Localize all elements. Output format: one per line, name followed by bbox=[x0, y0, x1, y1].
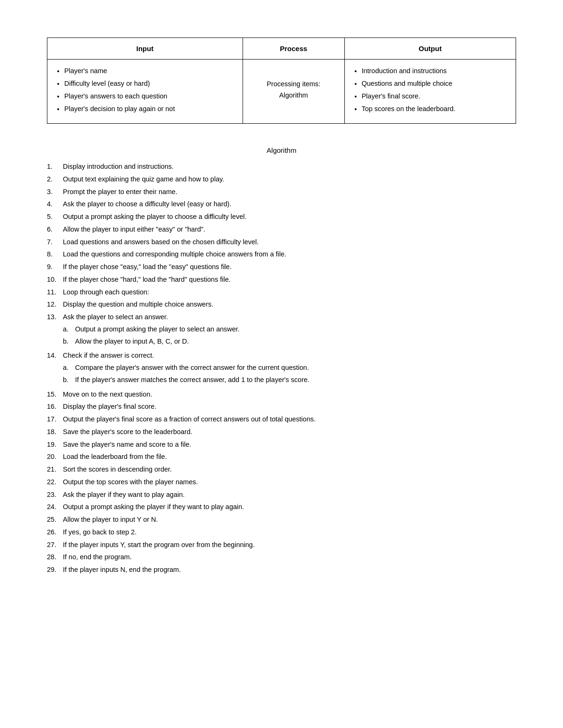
algo-step-num-10: 10. bbox=[47, 275, 63, 285]
algo-step-text-1: Display introduction and instructions. bbox=[63, 162, 516, 172]
algo-step-num-4: 4. bbox=[47, 199, 63, 210]
algo-step-17: 17.Output the player's final score as a … bbox=[47, 414, 516, 425]
algo-step-6: 6.Allow the player to input either "easy… bbox=[47, 225, 516, 235]
algo-step-text-8: Load the questions and corresponding mul… bbox=[63, 249, 516, 260]
algo-step-27: 27.If the player inputs Y, start the pro… bbox=[47, 540, 516, 550]
algo-step-text-18: Save the player's score to the leaderboa… bbox=[63, 427, 516, 437]
algo-step-19: 19.Save the player's name and score to a… bbox=[47, 440, 516, 450]
algo-step-25: 25.Allow the player to input Y or N. bbox=[47, 515, 516, 525]
algo-step-text-16: Display the player's final score. bbox=[63, 402, 516, 412]
algo-sub-list-13: a.Output a prompt asking the player to s… bbox=[63, 324, 516, 347]
algo-step-num-14: 14. bbox=[47, 351, 63, 387]
output-item-1: Introduction and instructions bbox=[362, 66, 507, 76]
algo-step-num-18: 18. bbox=[47, 427, 63, 437]
algo-step-7: 7.Load questions and answers based on th… bbox=[47, 237, 516, 248]
algo-step-num-22: 22. bbox=[47, 477, 63, 488]
algo-step-text-2: Output text explaining the quiz game and… bbox=[63, 174, 516, 185]
algo-step-num-19: 19. bbox=[47, 440, 63, 450]
algo-step-text-23: Ask the player if they want to play agai… bbox=[63, 490, 516, 500]
algo-step-10: 10.If the player chose "hard," load the … bbox=[47, 275, 516, 285]
algo-step-num-26: 26. bbox=[47, 527, 63, 538]
algorithm-title: Algorithm bbox=[47, 146, 516, 154]
algo-step-num-12: 12. bbox=[47, 300, 63, 310]
algo-step-20: 20.Load the leaderboard from the file. bbox=[47, 452, 516, 462]
algo-step-4: 4.Ask the player to choose a difficulty … bbox=[47, 199, 516, 210]
algo-step-num-21: 21. bbox=[47, 465, 63, 475]
algo-step-num-5: 5. bbox=[47, 212, 63, 222]
ipo-table: Input Process Output Player's name Diffi… bbox=[47, 38, 516, 124]
algo-step-text-15: Move on to the next question. bbox=[63, 390, 516, 400]
table-header-process: Process bbox=[243, 38, 344, 60]
algo-step-1: 1.Display introduction and instructions. bbox=[47, 162, 516, 172]
algo-step-text-13: Ask the player to select an answer.a.Out… bbox=[63, 312, 516, 348]
algo-step-2: 2.Output text explaining the quiz game a… bbox=[47, 174, 516, 185]
algo-step-text-4: Ask the player to choose a difficulty le… bbox=[63, 199, 516, 210]
algo-step-22: 22.Output the top scores with the player… bbox=[47, 477, 516, 488]
algo-step-num-25: 25. bbox=[47, 515, 63, 525]
algorithm-list: 1.Display introduction and instructions.… bbox=[47, 162, 516, 575]
algo-step-text-9: If the player chose "easy," load the "ea… bbox=[63, 262, 516, 272]
algo-step-num-2: 2. bbox=[47, 174, 63, 185]
algo-sub-item-14-2: b.If the player's answer matches the cor… bbox=[63, 375, 516, 385]
algo-step-num-13: 13. bbox=[47, 312, 63, 348]
algo-step-num-20: 20. bbox=[47, 452, 63, 462]
algo-sub-text: Output a prompt asking the player to sel… bbox=[75, 324, 240, 335]
algo-step-23: 23.Ask the player if they want to play a… bbox=[47, 490, 516, 500]
algorithm-section: Algorithm 1.Display introduction and ins… bbox=[47, 146, 516, 575]
algo-step-28: 28.If no, end the program. bbox=[47, 552, 516, 563]
algo-step-num-27: 27. bbox=[47, 540, 63, 550]
algo-step-5: 5.Output a prompt asking the player to c… bbox=[47, 212, 516, 222]
algo-step-18: 18.Save the player's score to the leader… bbox=[47, 427, 516, 437]
algo-step-num-23: 23. bbox=[47, 490, 63, 500]
algo-sub-label: a. bbox=[63, 324, 75, 335]
algo-step-text-27: If the player inputs Y, start the progra… bbox=[63, 540, 516, 550]
algo-step-text-17: Output the player's final score as a fra… bbox=[63, 414, 516, 425]
input-item-3: Player's answers to each question bbox=[64, 91, 234, 101]
table-cell-process: Processing items: Algorithm bbox=[243, 60, 344, 124]
algo-step-text-19: Save the player's name and score to a fi… bbox=[63, 440, 516, 450]
algo-step-14: 14.Check if the answer is correct.a.Comp… bbox=[47, 351, 516, 387]
algo-step-text-12: Display the question and multiple choice… bbox=[63, 300, 516, 310]
table-header-input: Input bbox=[47, 38, 243, 60]
algo-sub-label: b. bbox=[63, 337, 75, 347]
algo-step-num-9: 9. bbox=[47, 262, 63, 272]
algo-sub-label: a. bbox=[63, 363, 75, 373]
algo-step-text-7: Load questions and answers based on the … bbox=[63, 237, 516, 248]
algo-step-21: 21.Sort the scores in descending order. bbox=[47, 465, 516, 475]
output-item-4: Top scores on the leaderboard. bbox=[362, 104, 507, 114]
process-line2: Algorithm bbox=[251, 91, 336, 99]
algo-step-24: 24.Output a prompt asking the player if … bbox=[47, 502, 516, 512]
algo-step-num-7: 7. bbox=[47, 237, 63, 248]
algo-sub-label: b. bbox=[63, 375, 75, 385]
algo-step-text-10: If the player chose "hard," load the "ha… bbox=[63, 275, 516, 285]
algo-step-num-17: 17. bbox=[47, 414, 63, 425]
algo-step-num-6: 6. bbox=[47, 225, 63, 235]
input-item-1: Player's name bbox=[64, 66, 234, 76]
algo-step-text-11: Loop through each question: bbox=[63, 287, 516, 298]
algo-step-num-15: 15. bbox=[47, 390, 63, 400]
output-item-3: Player's final score. bbox=[362, 91, 507, 101]
input-item-2: Difficulty level (easy or hard) bbox=[64, 79, 234, 89]
algo-step-26: 26.If yes, go back to step 2. bbox=[47, 527, 516, 538]
algo-step-text-28: If no, end the program. bbox=[63, 552, 516, 563]
algo-step-text-5: Output a prompt asking the player to cho… bbox=[63, 212, 516, 222]
algo-step-text-6: Allow the player to input either "easy" … bbox=[63, 225, 516, 235]
algo-step-num-11: 11. bbox=[47, 287, 63, 298]
algo-step-12: 12.Display the question and multiple cho… bbox=[47, 300, 516, 310]
algo-step-text-29: If the player inputs N, end the program. bbox=[63, 565, 516, 575]
table-cell-input: Player's name Difficulty level (easy or … bbox=[47, 60, 243, 124]
algo-step-num-28: 28. bbox=[47, 552, 63, 563]
algo-sub-text: Allow the player to input A, B, C, or D. bbox=[75, 337, 189, 347]
algo-step-text-21: Sort the scores in descending order. bbox=[63, 465, 516, 475]
algo-step-num-16: 16. bbox=[47, 402, 63, 412]
algo-step-text-26: If yes, go back to step 2. bbox=[63, 527, 516, 538]
algo-step-8: 8.Load the questions and corresponding m… bbox=[47, 249, 516, 260]
process-line1: Processing items: bbox=[251, 80, 336, 88]
algo-sub-text: Compare the player's answer with the cor… bbox=[75, 363, 309, 373]
algo-step-num-8: 8. bbox=[47, 249, 63, 260]
algo-step-16: 16.Display the player's final score. bbox=[47, 402, 516, 412]
algo-sub-item-13-1: a.Output a prompt asking the player to s… bbox=[63, 324, 516, 335]
algo-step-13: 13.Ask the player to select an answer.a.… bbox=[47, 312, 516, 348]
table-header-output: Output bbox=[344, 38, 516, 60]
algo-step-num-29: 29. bbox=[47, 565, 63, 575]
